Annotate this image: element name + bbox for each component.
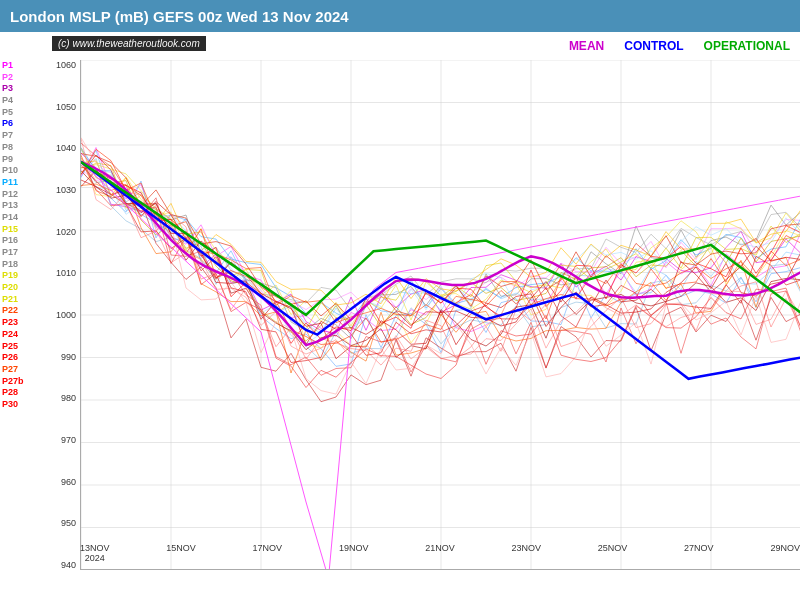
x-label: 29NOV (770, 543, 800, 553)
operational-legend-label: OPERATIONAL (704, 39, 790, 53)
x-label: 21NOV (425, 543, 455, 553)
legend-item-p26: P26 (2, 352, 42, 364)
y-label: 1000 (56, 310, 76, 320)
legend-item-p22: P22 (2, 305, 42, 317)
legend-item-p28: P28 (2, 387, 42, 399)
legend-item-p10: P10 (2, 165, 42, 177)
x-label: 13NOV 2024 (80, 543, 110, 563)
y-label: 1030 (56, 185, 76, 195)
y-label: 1040 (56, 143, 76, 153)
legend-item-p12: P12 (2, 189, 42, 201)
y-label: 940 (61, 560, 76, 570)
x-label: 17NOV (253, 543, 283, 553)
mean-legend-label: MEAN (569, 39, 604, 53)
x-label: 25NOV (598, 543, 628, 553)
x-label: 15NOV (166, 543, 196, 553)
legend-item-p9: P9 (2, 154, 42, 166)
y-label: 960 (61, 477, 76, 487)
y-label: 1010 (56, 268, 76, 278)
legend-item-p13: P13 (2, 200, 42, 212)
legend-item-p4: P4 (2, 95, 42, 107)
legend-item-p27: P27 (2, 364, 42, 376)
left-legend: P1P2P3P4P5P6P7P8P9P10P11P12P13P14P15P16P… (0, 32, 42, 600)
chart-area: (c) www.theweatheroutlook.com MEAN CONTR… (42, 32, 800, 600)
legend-item-p8: P8 (2, 142, 42, 154)
top-legend: MEAN CONTROL OPERATIONAL (559, 32, 790, 60)
chart-title: London MSLP (mB) GEFS 00z Wed 13 Nov 202… (10, 8, 349, 25)
legend-item-p25: P25 (2, 341, 42, 353)
y-label: 1060 (56, 60, 76, 70)
chart-wrapper: 1060105010401030102010101000990980970960… (42, 60, 800, 570)
legend-item-p1: P1 (2, 60, 42, 72)
header-bar: London MSLP (mB) GEFS 00z Wed 13 Nov 202… (0, 0, 800, 32)
legend-item-p5: P5 (2, 107, 42, 119)
legend-item-p3: P3 (2, 83, 42, 95)
legend-item-p7: P7 (2, 130, 42, 142)
y-label: 1050 (56, 102, 76, 112)
legend-item-p2: P2 (2, 72, 42, 84)
y-label: 950 (61, 518, 76, 528)
legend-item-p16: P16 (2, 235, 42, 247)
legend-item-p24: P24 (2, 329, 42, 341)
legend-item-p21: P21 (2, 294, 42, 306)
y-axis-labels: 1060105010401030102010101000990980970960… (42, 60, 80, 570)
legend-item-p11: P11 (2, 177, 42, 189)
y-label: 970 (61, 435, 76, 445)
legend-item-p30: P30 (2, 399, 42, 411)
control-legend-label: CONTROL (624, 39, 683, 53)
x-label: 27NOV (684, 543, 714, 553)
legend-item-p17: P17 (2, 247, 42, 259)
x-label: 23NOV (511, 543, 541, 553)
legend-item-p20: P20 (2, 282, 42, 294)
watermark: (c) www.theweatheroutlook.com (52, 36, 206, 51)
y-label: 980 (61, 393, 76, 403)
chart-svg (81, 60, 800, 569)
y-label: 1020 (56, 227, 76, 237)
legend-item-p6: P6 (2, 118, 42, 130)
legend-item-p23: P23 (2, 317, 42, 329)
x-axis-labels: 13NOV 202415NOV17NOV19NOV21NOV23NOV25NOV… (80, 540, 800, 570)
legend-item-p19: P19 (2, 270, 42, 282)
legend-item-p27b: P27b (2, 376, 42, 388)
legend-item-p18: P18 (2, 259, 42, 271)
legend-item-p15: P15 (2, 224, 42, 236)
x-label: 19NOV (339, 543, 369, 553)
plot-area (80, 60, 800, 570)
y-label: 990 (61, 352, 76, 362)
legend-item-p14: P14 (2, 212, 42, 224)
